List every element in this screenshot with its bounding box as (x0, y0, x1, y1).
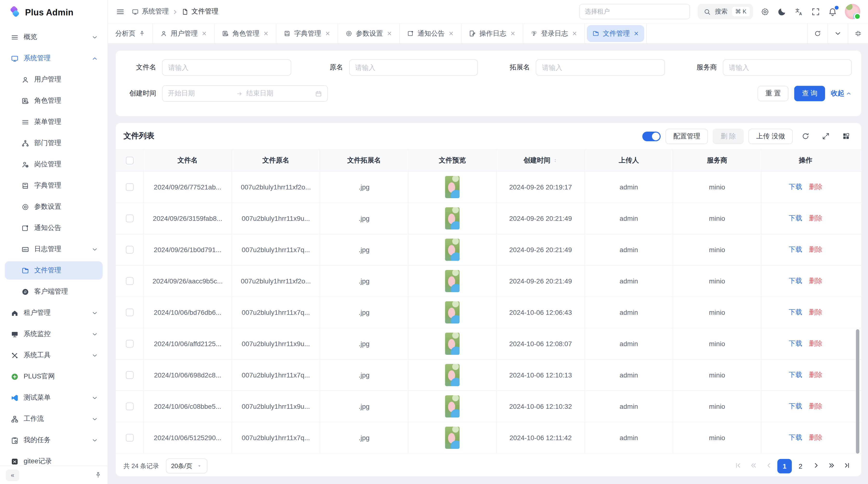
sidebar-item[interactable]: 岗位管理 (5, 155, 103, 173)
sidebar-item[interactable]: DEV 日志管理 (5, 240, 103, 258)
refresh-table-icon[interactable] (798, 128, 813, 144)
global-search[interactable]: 搜索 ⌘ K (698, 4, 753, 19)
start-date-placeholder[interactable]: 开始日期 (168, 89, 232, 98)
sidebar-item[interactable]: 系统工具 (5, 346, 103, 364)
filter-input[interactable] (349, 59, 478, 76)
delete-link[interactable]: 删除 (809, 214, 823, 223)
toggle-switch[interactable] (642, 131, 661, 141)
expand-table-icon[interactable] (818, 128, 833, 144)
download-link[interactable]: 下载 (789, 340, 802, 348)
delete-link[interactable]: 删除 (809, 246, 823, 254)
sidebar-item[interactable]: 客户端管理 (5, 283, 103, 301)
breadcrumb-current[interactable]: 文件管理 (181, 7, 218, 16)
tab[interactable]: 分析页 (108, 24, 153, 43)
search-button[interactable]: 查 询 (794, 86, 825, 101)
tab[interactable]: 文件管理 (585, 24, 647, 43)
column-header[interactable]: 创建时间 (497, 150, 585, 171)
close-icon[interactable] (633, 31, 639, 36)
delete-link[interactable]: 删除 (809, 308, 823, 317)
vertical-scrollbar-thumb[interactable] (856, 329, 859, 454)
column-header[interactable]: 服务商 (673, 150, 762, 171)
file-preview-thumbnail[interactable] (445, 427, 460, 449)
tab[interactable]: 字典管理 (276, 24, 338, 43)
page-button[interactable] (840, 459, 854, 473)
close-icon[interactable] (325, 31, 330, 36)
collapse-filters-link[interactable]: 收起 (831, 89, 851, 98)
tab[interactable]: 用户管理 (153, 24, 215, 43)
column-header[interactable]: 文件拓展名 (320, 150, 408, 171)
delete-link[interactable]: 删除 (809, 340, 823, 348)
column-header[interactable]: 文件原名 (232, 150, 320, 171)
download-link[interactable]: 下载 (789, 371, 802, 379)
row-checkbox[interactable] (126, 183, 133, 191)
row-checkbox[interactable] (126, 371, 133, 379)
pin-icon[interactable] (139, 30, 145, 37)
sort-icon[interactable] (552, 157, 558, 164)
sidebar-item[interactable]: 字典管理 (5, 176, 103, 195)
column-header[interactable]: 上传人 (585, 150, 673, 171)
download-link[interactable]: 下载 (789, 277, 802, 285)
tab[interactable]: 操作日志 (462, 24, 523, 43)
sidebar-item[interactable]: 部门管理 (5, 134, 103, 152)
file-preview-thumbnail[interactable] (445, 238, 460, 261)
delete-link[interactable]: 删除 (809, 433, 823, 442)
tab[interactable]: 参数设置 (338, 24, 400, 43)
download-link[interactable]: 下载 (789, 214, 802, 223)
breadcrumb-parent[interactable]: 系统管理 (132, 7, 169, 16)
filter-input[interactable] (723, 59, 851, 76)
close-icon[interactable] (572, 31, 577, 36)
sidebar-item[interactable]: 测试菜单 (5, 389, 103, 407)
sidebar-item[interactable]: 参数设置 (5, 198, 103, 216)
page-button[interactable] (762, 459, 775, 473)
close-icon[interactable] (510, 31, 516, 36)
column-header[interactable]: 操作 (762, 150, 850, 171)
filter-input[interactable] (536, 59, 665, 76)
file-preview-thumbnail[interactable] (445, 270, 460, 292)
row-checkbox[interactable] (126, 246, 133, 254)
page-button[interactable] (746, 459, 760, 473)
page-size-select[interactable]: 20条/页 (166, 458, 207, 474)
sidebar-item[interactable]: 工作流 (5, 410, 103, 428)
select-all-checkbox[interactable] (126, 157, 133, 164)
row-checkbox[interactable] (126, 309, 133, 316)
close-icon[interactable] (263, 31, 269, 36)
download-link[interactable]: 下载 (789, 183, 802, 191)
sidebar-item[interactable]: 通知公告 (5, 219, 103, 237)
sidebar-item[interactable]: PLUS官网 (5, 367, 103, 386)
refresh-tab-icon[interactable] (807, 24, 828, 43)
page-button[interactable] (809, 459, 823, 473)
file-preview-thumbnail[interactable] (445, 395, 460, 417)
dark-mode-moon-icon[interactable] (777, 7, 786, 16)
maximize-view-icon[interactable] (848, 24, 868, 43)
row-checkbox[interactable] (126, 434, 133, 442)
row-checkbox[interactable] (126, 215, 133, 222)
download-link[interactable]: 下载 (789, 433, 802, 442)
delete-link[interactable]: 删除 (809, 402, 823, 411)
page-button[interactable] (731, 459, 745, 473)
close-icon[interactable] (448, 31, 454, 36)
tab[interactable]: 角色管理 (215, 24, 276, 43)
tab[interactable]: 通知公告 (400, 24, 462, 43)
sidebar-item[interactable]: 系统监控 (5, 325, 103, 343)
sidebar-item[interactable]: 概览 (5, 28, 103, 46)
column-header[interactable]: 文件名 (144, 150, 232, 171)
pin-icon[interactable] (94, 472, 102, 479)
column-settings-icon[interactable] (838, 128, 854, 144)
file-preview-thumbnail[interactable] (445, 364, 460, 386)
sidebar-item[interactable]: 用户管理 (5, 70, 103, 89)
column-header[interactable]: 文件预览 (408, 150, 497, 171)
sidebar-item[interactable]: 我的任务 (5, 431, 103, 449)
sidebar-item[interactable]: 菜单管理 (5, 113, 103, 131)
file-preview-thumbnail[interactable] (445, 301, 460, 323)
row-checkbox[interactable] (126, 277, 133, 285)
upload-button[interactable]: 上传 没做 (748, 128, 793, 144)
delete-button[interactable]: 删 除 (713, 128, 744, 144)
page-button[interactable]: 1 (777, 459, 792, 473)
tenant-select[interactable]: 选择租户 (579, 4, 690, 19)
row-checkbox[interactable] (126, 402, 133, 410)
settings-gear-icon[interactable] (761, 7, 770, 16)
download-link[interactable]: 下载 (789, 308, 802, 317)
file-preview-thumbnail[interactable] (445, 207, 460, 229)
filter-input[interactable] (162, 59, 291, 76)
delete-link[interactable]: 删除 (809, 277, 823, 285)
